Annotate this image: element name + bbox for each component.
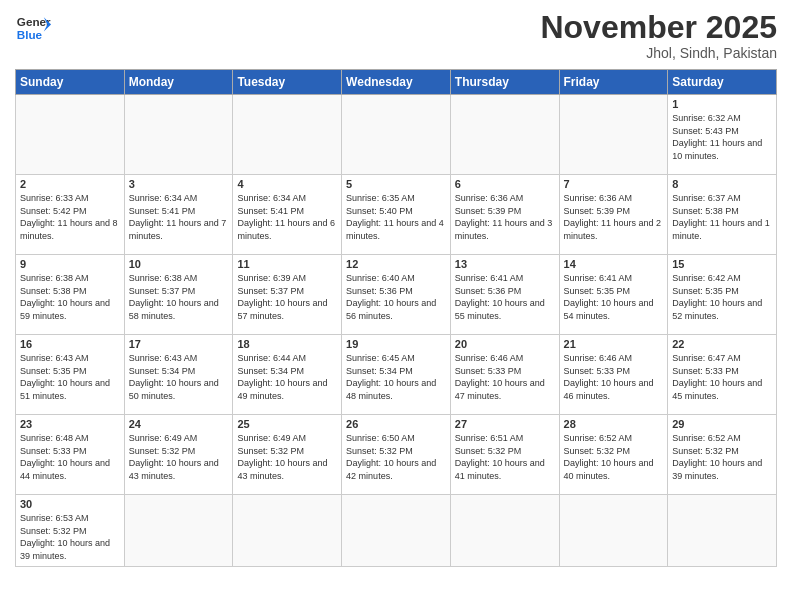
cell-content: Sunrise: 6:53 AMSunset: 5:32 PMDaylight:…: [20, 512, 120, 562]
table-row: [233, 495, 342, 566]
table-row: 25Sunrise: 6:49 AMSunset: 5:32 PMDayligh…: [233, 415, 342, 495]
day-number: 28: [564, 418, 664, 430]
cell-content: Sunrise: 6:40 AMSunset: 5:36 PMDaylight:…: [346, 272, 446, 322]
table-row: 15Sunrise: 6:42 AMSunset: 5:35 PMDayligh…: [668, 255, 777, 335]
day-number: 25: [237, 418, 337, 430]
table-row: [124, 95, 233, 175]
cell-content: Sunrise: 6:46 AMSunset: 5:33 PMDaylight:…: [564, 352, 664, 402]
table-row: 6Sunrise: 6:36 AMSunset: 5:39 PMDaylight…: [450, 175, 559, 255]
cell-content: Sunrise: 6:49 AMSunset: 5:32 PMDaylight:…: [237, 432, 337, 482]
day-number: 5: [346, 178, 446, 190]
day-number: 14: [564, 258, 664, 270]
table-row: 20Sunrise: 6:46 AMSunset: 5:33 PMDayligh…: [450, 335, 559, 415]
table-row: 8Sunrise: 6:37 AMSunset: 5:38 PMDaylight…: [668, 175, 777, 255]
title-block: November 2025 Jhol, Sindh, Pakistan: [540, 10, 777, 61]
table-row: [233, 95, 342, 175]
table-row: 11Sunrise: 6:39 AMSunset: 5:37 PMDayligh…: [233, 255, 342, 335]
col-tuesday: Tuesday: [233, 70, 342, 95]
table-row: [450, 495, 559, 566]
table-row: 27Sunrise: 6:51 AMSunset: 5:32 PMDayligh…: [450, 415, 559, 495]
cell-content: Sunrise: 6:42 AMSunset: 5:35 PMDaylight:…: [672, 272, 772, 322]
cell-content: Sunrise: 6:44 AMSunset: 5:34 PMDaylight:…: [237, 352, 337, 402]
col-sunday: Sunday: [16, 70, 125, 95]
day-number: 22: [672, 338, 772, 350]
cell-content: Sunrise: 6:32 AMSunset: 5:43 PMDaylight:…: [672, 112, 772, 162]
cell-content: Sunrise: 6:50 AMSunset: 5:32 PMDaylight:…: [346, 432, 446, 482]
table-row: 7Sunrise: 6:36 AMSunset: 5:39 PMDaylight…: [559, 175, 668, 255]
cell-content: Sunrise: 6:39 AMSunset: 5:37 PMDaylight:…: [237, 272, 337, 322]
table-row: [559, 95, 668, 175]
table-row: [16, 95, 125, 175]
day-number: 20: [455, 338, 555, 350]
day-number: 21: [564, 338, 664, 350]
table-row: 9Sunrise: 6:38 AMSunset: 5:38 PMDaylight…: [16, 255, 125, 335]
table-row: 5Sunrise: 6:35 AMSunset: 5:40 PMDaylight…: [342, 175, 451, 255]
table-row: 22Sunrise: 6:47 AMSunset: 5:33 PMDayligh…: [668, 335, 777, 415]
table-row: 21Sunrise: 6:46 AMSunset: 5:33 PMDayligh…: [559, 335, 668, 415]
svg-text:General: General: [17, 15, 51, 28]
cell-content: Sunrise: 6:47 AMSunset: 5:33 PMDaylight:…: [672, 352, 772, 402]
cell-content: Sunrise: 6:33 AMSunset: 5:42 PMDaylight:…: [20, 192, 120, 242]
day-number: 26: [346, 418, 446, 430]
table-row: [342, 95, 451, 175]
table-row: 4Sunrise: 6:34 AMSunset: 5:41 PMDaylight…: [233, 175, 342, 255]
cell-content: Sunrise: 6:43 AMSunset: 5:34 PMDaylight:…: [129, 352, 229, 402]
col-monday: Monday: [124, 70, 233, 95]
cell-content: Sunrise: 6:46 AMSunset: 5:33 PMDaylight:…: [455, 352, 555, 402]
table-row: 28Sunrise: 6:52 AMSunset: 5:32 PMDayligh…: [559, 415, 668, 495]
table-row: 17Sunrise: 6:43 AMSunset: 5:34 PMDayligh…: [124, 335, 233, 415]
cell-content: Sunrise: 6:41 AMSunset: 5:35 PMDaylight:…: [564, 272, 664, 322]
day-number: 18: [237, 338, 337, 350]
cell-content: Sunrise: 6:43 AMSunset: 5:35 PMDaylight:…: [20, 352, 120, 402]
cell-content: Sunrise: 6:38 AMSunset: 5:38 PMDaylight:…: [20, 272, 120, 322]
table-row: [450, 95, 559, 175]
col-saturday: Saturday: [668, 70, 777, 95]
logo-icon: General Blue: [15, 10, 51, 46]
header-row: Sunday Monday Tuesday Wednesday Thursday…: [16, 70, 777, 95]
day-number: 3: [129, 178, 229, 190]
cell-content: Sunrise: 6:36 AMSunset: 5:39 PMDaylight:…: [564, 192, 664, 242]
table-row: 18Sunrise: 6:44 AMSunset: 5:34 PMDayligh…: [233, 335, 342, 415]
cell-content: Sunrise: 6:52 AMSunset: 5:32 PMDaylight:…: [672, 432, 772, 482]
day-number: 17: [129, 338, 229, 350]
day-number: 16: [20, 338, 120, 350]
day-number: 9: [20, 258, 120, 270]
day-number: 15: [672, 258, 772, 270]
table-row: 16Sunrise: 6:43 AMSunset: 5:35 PMDayligh…: [16, 335, 125, 415]
col-thursday: Thursday: [450, 70, 559, 95]
cell-content: Sunrise: 6:36 AMSunset: 5:39 PMDaylight:…: [455, 192, 555, 242]
table-row: 26Sunrise: 6:50 AMSunset: 5:32 PMDayligh…: [342, 415, 451, 495]
table-row: 3Sunrise: 6:34 AMSunset: 5:41 PMDaylight…: [124, 175, 233, 255]
cell-content: Sunrise: 6:48 AMSunset: 5:33 PMDaylight:…: [20, 432, 120, 482]
table-row: 1Sunrise: 6:32 AMSunset: 5:43 PMDaylight…: [668, 95, 777, 175]
table-row: 23Sunrise: 6:48 AMSunset: 5:33 PMDayligh…: [16, 415, 125, 495]
cell-content: Sunrise: 6:41 AMSunset: 5:36 PMDaylight:…: [455, 272, 555, 322]
table-row: [342, 495, 451, 566]
day-number: 7: [564, 178, 664, 190]
cell-content: Sunrise: 6:49 AMSunset: 5:32 PMDaylight:…: [129, 432, 229, 482]
day-number: 19: [346, 338, 446, 350]
logo: General Blue: [15, 10, 51, 46]
cell-content: Sunrise: 6:37 AMSunset: 5:38 PMDaylight:…: [672, 192, 772, 242]
day-number: 11: [237, 258, 337, 270]
cell-content: Sunrise: 6:35 AMSunset: 5:40 PMDaylight:…: [346, 192, 446, 242]
day-number: 6: [455, 178, 555, 190]
day-number: 1: [672, 98, 772, 110]
cell-content: Sunrise: 6:34 AMSunset: 5:41 PMDaylight:…: [129, 192, 229, 242]
table-row: 19Sunrise: 6:45 AMSunset: 5:34 PMDayligh…: [342, 335, 451, 415]
col-friday: Friday: [559, 70, 668, 95]
table-row: [124, 495, 233, 566]
table-row: 13Sunrise: 6:41 AMSunset: 5:36 PMDayligh…: [450, 255, 559, 335]
day-number: 10: [129, 258, 229, 270]
table-row: [559, 495, 668, 566]
day-number: 24: [129, 418, 229, 430]
table-row: 10Sunrise: 6:38 AMSunset: 5:37 PMDayligh…: [124, 255, 233, 335]
table-row: 24Sunrise: 6:49 AMSunset: 5:32 PMDayligh…: [124, 415, 233, 495]
table-row: [668, 495, 777, 566]
day-number: 30: [20, 498, 120, 510]
day-number: 23: [20, 418, 120, 430]
day-number: 2: [20, 178, 120, 190]
month-title: November 2025: [540, 10, 777, 45]
cell-content: Sunrise: 6:51 AMSunset: 5:32 PMDaylight:…: [455, 432, 555, 482]
table-row: 30Sunrise: 6:53 AMSunset: 5:32 PMDayligh…: [16, 495, 125, 566]
